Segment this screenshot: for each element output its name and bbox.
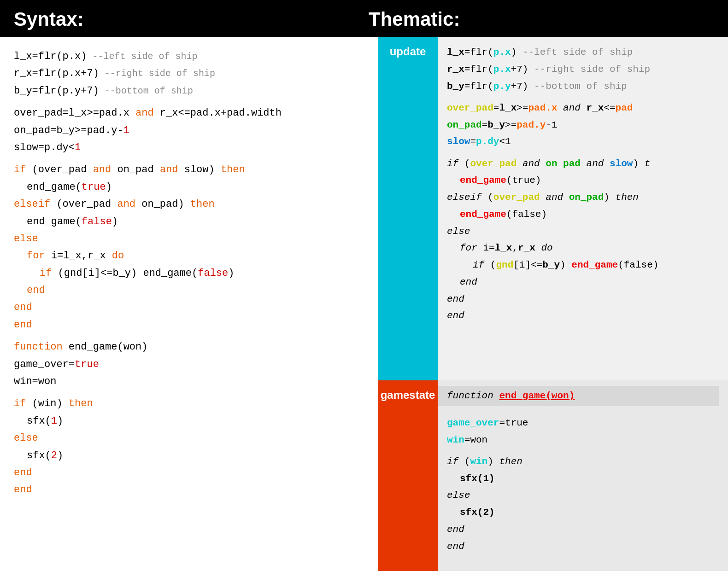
t-line-1: l_x=flr(p.x) --left side of ship (447, 44, 719, 61)
thematic-gamestate-code: function end_game(won) game_over=true wi… (438, 380, 728, 571)
header-right: Thematic: (359, 8, 714, 30)
syntax-line-9: elseif (over_pad and on_pad) then (14, 196, 364, 213)
t-line-4: over_pad=l_x>=pad.x and r_x<=pad (447, 100, 719, 117)
t-line-8: end_game(true) (447, 172, 719, 189)
t-line-5: on_pad=b_y>=pad.y-1 (447, 117, 719, 134)
syntax-line-21: sfx(1) (14, 413, 364, 430)
syntax-line-3: b_y=flr(p.y+7) --bottom of ship (14, 82, 364, 99)
syntax-line-11: else (14, 230, 364, 247)
t-line-12: for i=l_x,r_x do (447, 240, 719, 257)
syntax-line-23: sfx(2) (14, 447, 364, 464)
t-line-16: end (447, 308, 719, 325)
syntax-line-2: r_x=flr(p.x+7) --right side of ship (14, 65, 364, 82)
g-line-3: win=won (447, 432, 719, 449)
syntax-line-10: end_game(false) (14, 213, 364, 230)
syntax-line-13: if (gnd[i]<=b_y) end_game(false) (14, 265, 364, 282)
syntax-line-8: end_game(true) (14, 179, 364, 196)
g-line-5: sfx(1) (447, 471, 719, 488)
syntax-line-20: if (win) then (14, 395, 364, 412)
g-line-7: sfx(2) (447, 504, 719, 521)
update-label: update (378, 37, 438, 380)
syntax-line-4: over_pad=l_x>=pad.x and r_x<=pad.x+pad.w… (14, 105, 364, 122)
t-line-6: slow=p.dy<1 (447, 134, 719, 151)
syntax-line-1: l_x=flr(p.x) --left side of ship (14, 48, 364, 65)
gamestate-label: gamestate (378, 380, 438, 571)
main-container: Syntax: Thematic: l_x=flr(p.x) --left si… (0, 0, 728, 571)
syntax-line-12: for i=l_x,r_x do (14, 247, 364, 264)
t-line-3: b_y=flr(p.y+7) --bottom of ship (447, 78, 719, 95)
syntax-line-22: else (14, 430, 364, 447)
thematic-update-section: update l_x=flr(p.x) --left side of ship … (378, 37, 728, 380)
syntax-panel: l_x=flr(p.x) --left side of ship r_x=flr… (0, 37, 378, 571)
syntax-line-7: if (over_pad and on_pad and slow) then (14, 161, 364, 178)
header-row: Syntax: Thematic: (0, 0, 728, 37)
t-line-14: end (447, 274, 719, 291)
g-line-2: game_over=true (447, 415, 719, 432)
syntax-line-5: on_pad=b_y>=pad.y-1 (14, 122, 364, 139)
t-line-2: r_x=flr(p.x+7) --right side of ship (447, 61, 719, 78)
syntax-line-17: function end_game(won) (14, 338, 364, 355)
thematic-update-code: l_x=flr(p.x) --left side of ship r_x=flr… (438, 37, 728, 380)
g-line-9: end (447, 538, 719, 555)
syntax-line-6: slow=p.dy<1 (14, 139, 364, 156)
g-line-8: end (447, 521, 719, 538)
content-row: l_x=flr(p.x) --left side of ship r_x=flr… (0, 37, 728, 571)
syntax-line-19: win=won (14, 373, 364, 390)
t-line-9: elseif (over_pad and on_pad) then (447, 189, 719, 206)
t-line-7: if (over_pad and on_pad and slow) t (447, 156, 719, 173)
syntax-line-14: end (14, 282, 364, 299)
syntax-line-25: end (14, 481, 364, 498)
t-line-15: end (447, 291, 719, 308)
g-line-1: function end_game(won) (438, 386, 719, 407)
t-line-13: if (gnd[i]<=b_y) end_game(false) (447, 257, 719, 274)
g-line-6: else (447, 487, 719, 504)
thematic-panel: update l_x=flr(p.x) --left side of ship … (378, 37, 728, 571)
thematic-title: Thematic: (369, 8, 460, 30)
t-line-11: else (447, 223, 719, 240)
syntax-line-18: game_over=true (14, 356, 364, 373)
syntax-title: Syntax: (14, 8, 84, 30)
t-line-10: end_game(false) (447, 206, 719, 223)
syntax-line-24: end (14, 464, 364, 481)
header-left: Syntax: (14, 8, 359, 30)
g-line-4: if (win) then (447, 454, 719, 471)
syntax-line-16: end (14, 316, 364, 333)
syntax-line-15: end (14, 299, 364, 316)
thematic-gamestate-section: gamestate function end_game(won) game_ov… (378, 380, 728, 571)
